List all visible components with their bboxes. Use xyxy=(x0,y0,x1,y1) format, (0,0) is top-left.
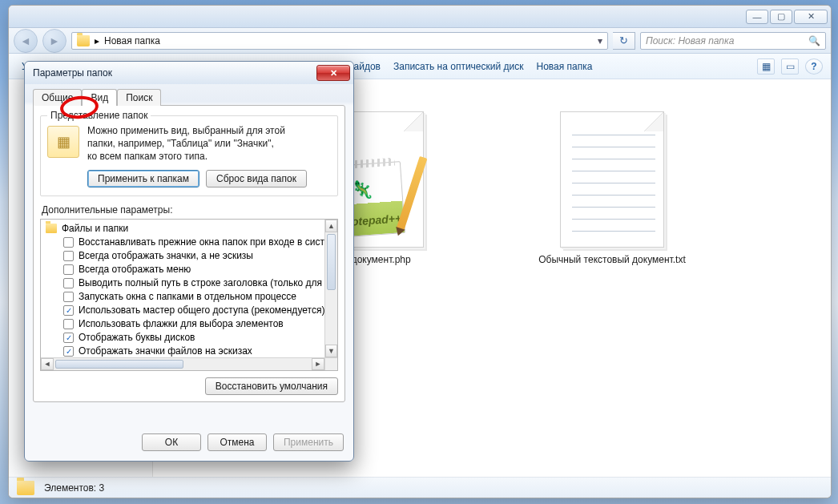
window-titlebar: — ▢ ✕ xyxy=(9,6,831,28)
checkbox-icon[interactable] xyxy=(63,346,74,357)
folder-icon xyxy=(77,35,90,46)
ok-button[interactable]: ОК xyxy=(142,433,201,451)
folder-views-icon: ▦ xyxy=(47,126,79,158)
scroll-thumb[interactable] xyxy=(55,360,183,369)
dialog-tabs: Общие Вид Поиск xyxy=(33,89,345,106)
checkbox-icon[interactable] xyxy=(63,333,74,343)
scroll-up-arrow[interactable]: ▲ xyxy=(325,220,337,232)
dialog-titlebar: Параметры папок ✕ xyxy=(25,62,353,84)
tree-item-label: Использовать мастер общего доступа (реко… xyxy=(79,304,324,317)
folder-views-group: Представление папок ▦ Можно применить ви… xyxy=(40,115,338,196)
status-text: Элементов: 3 xyxy=(44,482,104,494)
tree-checkbox-item[interactable]: Запускать окна с папками в отдельном про… xyxy=(46,290,320,304)
dialog-title: Параметры папок xyxy=(33,67,112,79)
advanced-settings-label: Дополнительные параметры: xyxy=(42,204,336,216)
nav-forward-button[interactable]: ► xyxy=(42,29,66,53)
tree-item-label: Восстанавливать прежние окна папок при в… xyxy=(79,236,324,249)
checkbox-icon[interactable] xyxy=(63,305,74,316)
tree-checkbox-item[interactable]: Использовать мастер общего доступа (реко… xyxy=(46,304,320,317)
tree-root: Файлы и папки xyxy=(46,223,320,234)
folder-options-dialog: Параметры папок ✕ Общие Вид Поиск Предст… xyxy=(24,61,354,462)
file-thumbnail xyxy=(560,111,664,248)
tree-item-label: Отображать буквы дисков xyxy=(79,331,195,345)
checkbox-icon[interactable] xyxy=(63,319,74,329)
file-item[interactable]: Обычный текстовый документ.txt xyxy=(532,111,692,265)
tab-search[interactable]: Поиск xyxy=(117,89,161,106)
nav-back-button[interactable]: ◄ xyxy=(14,29,38,53)
toolbar-new-folder[interactable]: Новая папка xyxy=(531,58,597,75)
scroll-left-arrow[interactable]: ◄ xyxy=(41,358,54,370)
dialog-button-row: ОК Отмена Применить xyxy=(25,425,353,461)
tree-item-label: Всегда отображать меню xyxy=(79,263,191,276)
search-icon: 🔍 xyxy=(808,35,820,46)
scroll-thumb[interactable] xyxy=(327,234,336,290)
search-input[interactable]: Поиск: Новая папка 🔍 xyxy=(640,32,826,50)
toolbar-preview-icon[interactable]: ▭ xyxy=(781,58,799,75)
advanced-settings-tree[interactable]: Файлы и папки Восстанавливать прежние ок… xyxy=(40,219,338,371)
status-bar: Элементов: 3 xyxy=(9,477,831,498)
refresh-button[interactable]: ↻ xyxy=(613,32,635,50)
tree-checkbox-item[interactable]: Восстанавливать прежние окна папок при в… xyxy=(46,236,320,249)
reset-folders-button[interactable]: Сброс вида папок xyxy=(206,170,307,187)
group-description: Можно применить вид, выбранный для этой … xyxy=(87,124,285,163)
tree-item-label: Запускать окна с папками в отдельном про… xyxy=(79,290,296,304)
tree-item-label: Использовать флажки для выбора элементов xyxy=(79,317,284,331)
horizontal-scrollbar[interactable]: ◄ ► xyxy=(41,357,324,370)
close-button[interactable]: ✕ xyxy=(794,10,828,24)
tree-checkbox-item[interactable]: Выводить полный путь в строке заголовка … xyxy=(46,276,320,290)
restore-defaults-button[interactable]: Восстановить умолчания xyxy=(205,377,338,395)
tree-checkbox-item[interactable]: Использовать флажки для выбора элементов xyxy=(46,317,320,331)
tree-checkbox-item[interactable]: Всегда отображать меню xyxy=(46,263,320,276)
maximize-button[interactable]: ▢ xyxy=(770,10,792,24)
checkbox-icon[interactable] xyxy=(63,278,74,288)
tree-checkbox-item[interactable]: Отображать значки файлов на эскизах xyxy=(46,345,320,357)
scroll-corner xyxy=(324,357,337,370)
checkbox-icon[interactable] xyxy=(63,237,74,248)
folder-icon xyxy=(17,481,34,495)
tree-item-label: Всегда отображать значки, а не эскизы xyxy=(79,249,253,263)
vertical-scrollbar[interactable]: ▲ ▼ xyxy=(324,220,337,357)
checkbox-icon[interactable] xyxy=(63,264,74,275)
textfile-icon xyxy=(572,123,655,236)
checkbox-icon[interactable] xyxy=(63,251,74,261)
tree-item-label: Отображать значки файлов на эскизах xyxy=(79,345,252,357)
cancel-button[interactable]: Отмена xyxy=(207,433,267,451)
address-chevron: ▸ xyxy=(95,35,99,46)
file-name: Обычный текстовый документ.txt xyxy=(538,254,686,265)
toolbar-burn[interactable]: Записать на оптический диск xyxy=(389,58,529,75)
dialog-close-button[interactable]: ✕ xyxy=(316,65,350,81)
toolbar-help-icon[interactable]: ? xyxy=(805,58,823,75)
tree-item-label: Выводить полный путь в строке заголовка … xyxy=(79,276,324,290)
group-legend: Представление папок xyxy=(47,110,151,121)
checkbox-icon[interactable] xyxy=(63,292,74,302)
search-placeholder: Поиск: Новая папка xyxy=(646,35,734,46)
apply-to-folders-button[interactable]: Применить к папкам xyxy=(87,170,199,187)
toolbar-view-icon[interactable]: ▦ xyxy=(757,58,775,75)
tree-checkbox-item[interactable]: Отображать буквы дисков xyxy=(46,331,320,345)
tab-general[interactable]: Общие xyxy=(33,89,82,106)
tab-panel-view: Представление папок ▦ Можно применить ви… xyxy=(33,105,345,402)
address-dropdown[interactable]: ▾ xyxy=(598,35,602,46)
address-bar: ◄ ► ▸ Новая папка ▾ ↻ Поиск: Новая папка… xyxy=(9,28,831,54)
apply-button[interactable]: Применить xyxy=(273,433,344,451)
tree-checkbox-item[interactable]: Всегда отображать значки, а не эскизы xyxy=(46,249,320,263)
scroll-right-arrow[interactable]: ► xyxy=(312,358,324,370)
tab-view[interactable]: Вид xyxy=(82,89,117,106)
folder-icon xyxy=(46,224,57,233)
address-path: Новая папка xyxy=(104,35,160,46)
minimize-button[interactable]: — xyxy=(746,10,768,24)
scroll-down-arrow[interactable]: ▼ xyxy=(325,345,337,357)
address-field[interactable]: ▸ Новая папка ▾ xyxy=(71,32,608,50)
